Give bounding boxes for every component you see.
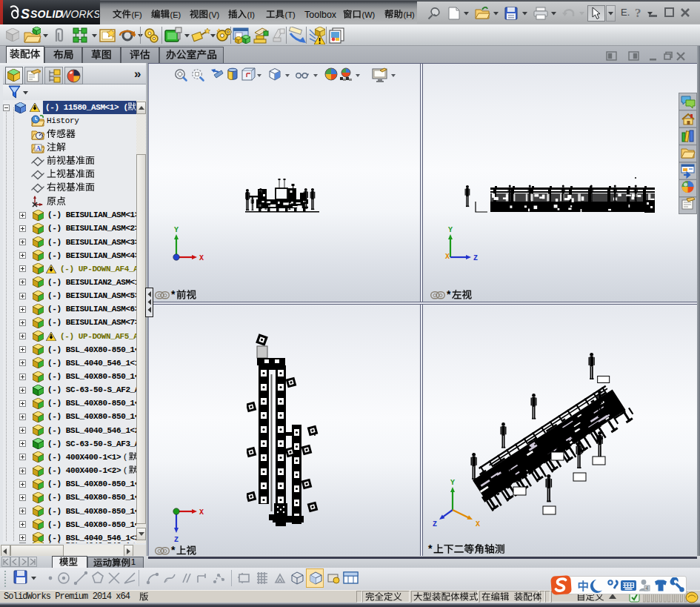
svg-text:Z: Z xyxy=(433,520,437,528)
svg-text:Y: Y xyxy=(450,479,455,487)
svg-text:(: ( xyxy=(124,452,127,461)
svg-text:Y: Y xyxy=(174,226,179,234)
svg-text:?: ? xyxy=(635,6,641,19)
svg-text:4: 4 xyxy=(645,586,648,591)
svg-text:X: X xyxy=(476,520,480,528)
svg-text:Z: Z xyxy=(174,536,179,544)
svg-text:X: X xyxy=(199,254,204,262)
svg-text:X: X xyxy=(199,508,204,517)
svg-text:(: ( xyxy=(124,465,127,474)
svg-text:Z: Z xyxy=(473,254,478,262)
svg-text:Y: Y xyxy=(448,226,453,234)
svg-text:A: A xyxy=(36,145,41,152)
